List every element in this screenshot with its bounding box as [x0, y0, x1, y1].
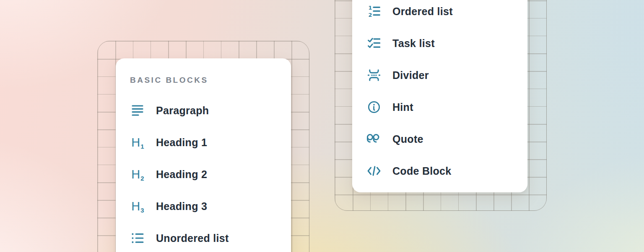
heading-2-icon: H2 — [130, 167, 145, 182]
heading-icon-letter: H — [131, 200, 140, 213]
quote-icon — [366, 131, 382, 147]
menu-item-heading-3[interactable]: H3 Heading 3 — [116, 190, 291, 222]
menu-item-label: Heading 2 — [156, 168, 207, 181]
menu-item-label: Divider — [392, 69, 429, 81]
code-block-icon — [366, 163, 382, 178]
menu-item-hint[interactable]: Hint — [352, 91, 527, 123]
menu-item-label: Unordered list — [156, 232, 229, 244]
unordered-list-icon — [130, 231, 145, 246]
section-header: BASIC BLOCKS — [130, 74, 291, 87]
menu-item-heading-1[interactable]: H1 Heading 1 — [116, 126, 291, 158]
background-gradient — [0, 0, 644, 252]
menu-item-unordered-list[interactable]: Unordered list — [116, 222, 291, 252]
menu-item-paragraph[interactable]: Paragraph — [116, 94, 291, 126]
menu-item-divider[interactable]: Divider — [352, 59, 527, 91]
svg-text:1: 1 — [369, 5, 372, 11]
heading-icon-letter: H — [131, 136, 140, 149]
menu-item-heading-2[interactable]: H2 Heading 2 — [116, 158, 291, 190]
hint-icon — [366, 100, 382, 115]
divider-icon — [366, 68, 382, 83]
menu-item-label: Code Block — [392, 165, 452, 177]
menu-item-code-block[interactable]: Code Block — [352, 155, 527, 187]
menu-item-label: Task list — [392, 37, 435, 50]
heading-3-icon: H3 — [130, 199, 145, 214]
menu-item-label: Quote — [392, 133, 423, 145]
heading-icon-level: 3 — [140, 207, 144, 213]
menu-item-label: Heading 1 — [156, 136, 207, 149]
heading-icon-letter: H — [131, 168, 140, 181]
heading-icon-level: 2 — [140, 175, 144, 181]
menu-item-label: Heading 3 — [156, 200, 207, 213]
blocks-panel-right: 1 2 Ordered list Task list — [352, 0, 527, 192]
menu-item-label: Ordered list — [392, 5, 453, 18]
menu-item-ordered-list[interactable]: 1 2 Ordered list — [352, 0, 527, 27]
heading-1-icon: H1 — [130, 135, 145, 150]
stage: BASIC BLOCKS Paragraph H1 Heading 1 H2 — [0, 0, 644, 252]
ordered-list-icon: 1 2 — [366, 4, 382, 19]
basic-blocks-panel: BASIC BLOCKS Paragraph H1 Heading 1 H2 — [116, 58, 291, 252]
menu-item-label: Hint — [392, 101, 413, 113]
svg-text:2: 2 — [369, 12, 372, 18]
menu-item-quote[interactable]: Quote — [352, 123, 527, 155]
paragraph-icon — [130, 103, 145, 118]
menu-item-task-list[interactable]: Task list — [352, 27, 527, 59]
heading-icon-level: 1 — [140, 143, 144, 150]
task-list-icon — [366, 36, 382, 51]
menu-item-label: Paragraph — [156, 105, 209, 117]
